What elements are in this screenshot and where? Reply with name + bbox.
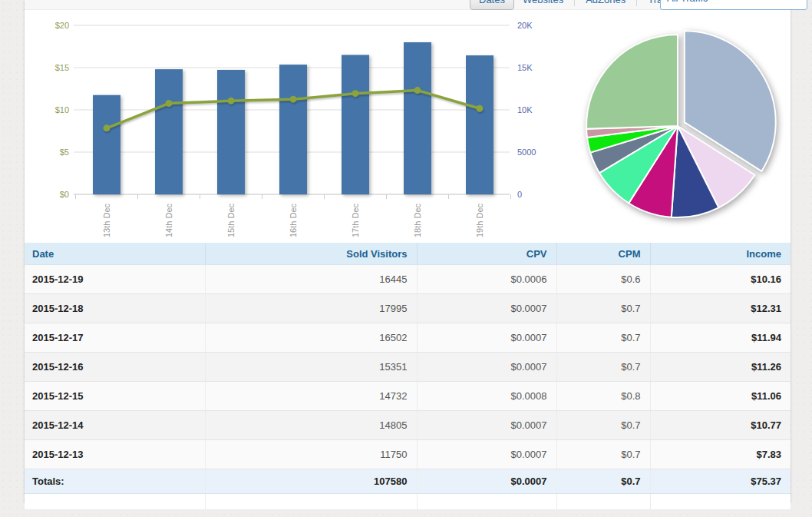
- bar-16th-dec[interactable]: [279, 65, 307, 194]
- right-axis-tick-label: 10K: [517, 105, 533, 114]
- line-point-19th-dec[interactable]: [477, 105, 484, 112]
- left-axis-tick-label: $0: [60, 190, 69, 199]
- cell-income: $7.83: [650, 440, 791, 469]
- spacer-cell: [650, 494, 791, 510]
- line-point-13th-dec[interactable]: [104, 124, 111, 131]
- cell-cpv: $0.0007: [417, 353, 556, 382]
- table-row: 2015-12-1916445$0.0006$0.6$10.16: [25, 265, 791, 294]
- column-header-cpv[interactable]: CPV: [417, 243, 556, 265]
- column-header-income[interactable]: Income: [650, 243, 791, 265]
- bar-14th-dec[interactable]: [155, 69, 183, 194]
- cell-cpm: $0.7: [556, 294, 650, 323]
- tab-separator: [636, 0, 637, 6]
- table-row: 2015-12-1716502$0.0007$0.7$11.94: [25, 323, 791, 353]
- x-axis-label: 17th Dec: [351, 204, 360, 238]
- table-row: 2015-12-1311750$0.0007$0.7$7.83: [25, 440, 791, 469]
- column-header-date[interactable]: Date: [25, 243, 205, 265]
- bar-18th-dec[interactable]: [404, 42, 431, 194]
- right-axis-tick-label: 0: [517, 190, 522, 199]
- totals-cpv: $0.0007: [417, 469, 556, 494]
- pie-slice-9[interactable]: [586, 35, 678, 129]
- bar-13th-dec[interactable]: [93, 95, 120, 194]
- left-axis-tick-label: $20: [55, 21, 69, 30]
- right-axis-tick-label: 15K: [517, 63, 533, 72]
- table-header-row: DateSold VisitorsCPVCPMIncome: [25, 243, 791, 265]
- line-point-17th-dec[interactable]: [352, 90, 359, 97]
- cell-cpv: $0.0007: [417, 294, 556, 323]
- cell-sold-visitors: 15351: [205, 353, 417, 382]
- cell-income: $10.16: [650, 265, 791, 294]
- spacer-cell: [205, 494, 417, 510]
- left-axis-tick-label: $5: [60, 147, 69, 157]
- cell-cpm: $0.7: [556, 353, 650, 382]
- totals-label: Totals:: [25, 469, 205, 494]
- table-row: 2015-12-1514732$0.0008$0.8$11.06: [25, 382, 791, 411]
- table-row: 2015-12-1817995$0.0007$0.7$12.31: [25, 294, 791, 323]
- content-panel: DatesWebsitesAdZonesTrackers All Traffic…: [25, 0, 791, 503]
- totals-sold-visitors: 107580: [205, 469, 417, 494]
- cell-cpm: $0.7: [556, 323, 650, 353]
- cell-sold-visitors: 14805: [205, 411, 417, 440]
- tab-websites[interactable]: Websites: [514, 0, 572, 9]
- cell-sold-visitors: 16502: [205, 323, 417, 353]
- line-point-16th-dec[interactable]: [290, 96, 297, 103]
- cell-date: 2015-12-16: [25, 353, 205, 382]
- cell-sold-visitors: 11750: [205, 440, 417, 469]
- cell-cpm: $0.7: [556, 440, 650, 469]
- bar-17th-dec[interactable]: [342, 55, 369, 194]
- cell-cpv: $0.0007: [417, 323, 556, 353]
- cell-income: $10.77: [650, 411, 791, 440]
- traffic-filter-select[interactable]: All Traffic: [660, 0, 807, 10]
- cell-cpv: $0.0006: [417, 265, 556, 294]
- line-point-15th-dec[interactable]: [228, 98, 235, 104]
- cell-cpv: $0.0007: [417, 411, 556, 440]
- totals-income: $75.37: [650, 469, 791, 494]
- cell-cpm: $0.8: [556, 382, 650, 411]
- x-axis-label: 16th Dec: [289, 204, 298, 238]
- cell-cpv: $0.0007: [417, 440, 556, 469]
- cell-date: 2015-12-17: [25, 323, 205, 353]
- spacer-cell: [25, 494, 205, 510]
- cell-cpv: $0.0008: [417, 382, 556, 411]
- spacer-cell: [556, 494, 650, 510]
- cell-income: $11.26: [650, 353, 791, 382]
- cell-cpm: $0.7: [556, 411, 650, 440]
- traffic-filter-value: All Traffic: [667, 0, 708, 4]
- line-point-18th-dec[interactable]: [414, 87, 421, 94]
- tab-separator: [574, 0, 575, 6]
- left-axis-tick-label: $15: [55, 63, 69, 72]
- cell-cpm: $0.6: [556, 265, 650, 294]
- column-header-cpm[interactable]: CPM: [556, 243, 650, 265]
- bar-series: [93, 42, 493, 194]
- cell-income: $11.94: [650, 323, 791, 353]
- bar-15th-dec[interactable]: [217, 70, 245, 194]
- cell-date: 2015-12-14: [25, 411, 205, 440]
- x-axis-label: 14th Dec: [164, 204, 173, 238]
- pie-chart: [570, 22, 800, 229]
- cell-date: 2015-12-13: [25, 440, 205, 469]
- cell-income: $11.06: [650, 382, 791, 411]
- x-axis-label: 13th Dec: [102, 204, 111, 238]
- x-axis-label: 19th Dec: [475, 204, 484, 238]
- bar-19th-dec[interactable]: [466, 55, 493, 194]
- cell-date: 2015-12-15: [25, 382, 205, 411]
- column-header-sold-visitors[interactable]: Sold Visitors: [205, 243, 417, 265]
- cell-sold-visitors: 17995: [205, 294, 417, 323]
- tab-dates[interactable]: Dates: [470, 0, 514, 10]
- cell-date: 2015-12-18: [25, 294, 205, 323]
- table-row: 2015-12-1615351$0.0007$0.7$11.26: [25, 353, 791, 382]
- totals-row: Totals:107580$0.0007$0.7$75.37: [25, 469, 791, 494]
- right-axis-tick-label: 5000: [517, 147, 536, 157]
- spacer-cell: [417, 494, 556, 510]
- tab-adzones[interactable]: AdZones: [577, 0, 634, 9]
- totals-cpm: $0.7: [556, 469, 650, 494]
- table-spacer-row: [25, 494, 791, 510]
- cell-sold-visitors: 16445: [205, 265, 417, 294]
- combo-chart: $00$55000$1010K$1515K$2020K13th Dec14th …: [31, 15, 553, 240]
- x-axis-label: 15th Dec: [226, 204, 236, 238]
- cell-income: $12.31: [650, 294, 791, 323]
- stats-table-container: DateSold VisitorsCPVCPMIncome2015-12-191…: [25, 243, 791, 509]
- stats-table: DateSold VisitorsCPVCPMIncome2015-12-191…: [25, 243, 791, 509]
- line-point-14th-dec[interactable]: [166, 100, 173, 107]
- x-axis-label: 18th Dec: [413, 204, 422, 238]
